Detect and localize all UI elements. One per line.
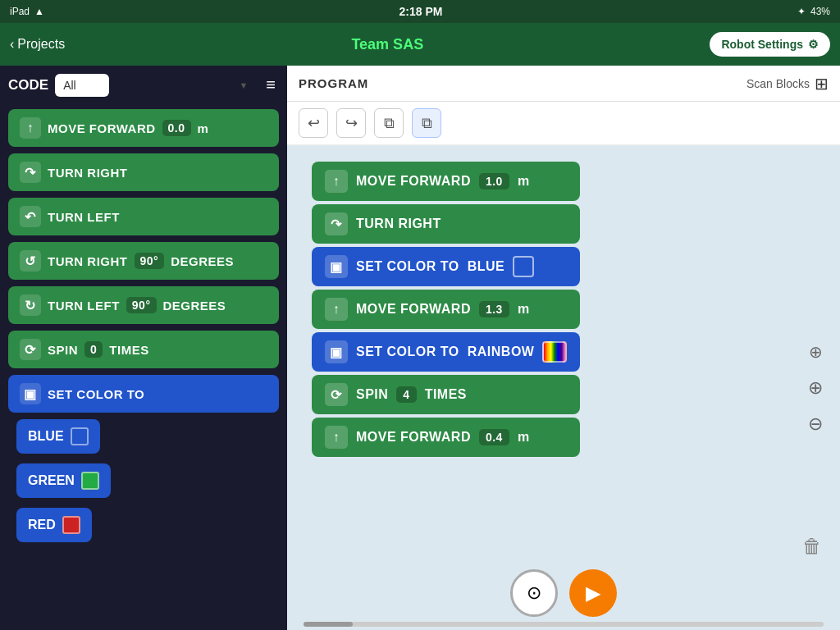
back-label: Projects <box>17 37 65 52</box>
copy-button[interactable]: ⧉ <box>374 108 404 138</box>
menu-icon[interactable]: ≡ <box>262 72 279 98</box>
status-right: ✦ 43% <box>797 6 830 17</box>
move-forward-label: MOVE FORWARD <box>48 121 156 135</box>
prog-move-forward-3-icon: ↑ <box>325 426 348 449</box>
block-turn-right-degrees[interactable]: ↺ TURN RIGHT 90° DEGREES <box>8 242 279 280</box>
block-turn-left-degrees[interactable]: ↻ TURN LEFT 90° DEGREES <box>8 286 279 324</box>
sidebar-toolbar: CODE All Motion Color Control ≡ <box>0 66 287 104</box>
prog-set-color-rainbow-label: SET COLOR TO <box>356 345 459 359</box>
turn-right-degrees-label: TURN RIGHT <box>48 254 128 268</box>
prog-block-spin[interactable]: ⟳ SPIN 4 TIMES <box>312 375 580 414</box>
prog-set-color-rainbow-icon: ▣ <box>325 340 348 363</box>
prog-move-forward-3-value: 0.4 <box>479 429 509 445</box>
undo-button[interactable]: ↩ <box>299 108 328 138</box>
status-left: iPad ▲ <box>10 6 44 17</box>
blue-label: BLUE <box>28 429 64 444</box>
play-icon: ▶ <box>586 582 600 605</box>
trash-button[interactable]: 🗑 <box>794 528 830 564</box>
prog-move-forward-2-unit: m <box>518 302 530 317</box>
block-move-forward[interactable]: ↑ MOVE FORWARD 0.0 m <box>8 109 279 147</box>
prog-spin-value: 4 <box>396 386 416 403</box>
robot-icon: ⊙ <box>527 582 541 604</box>
zoom-out-icon[interactable]: ⊖ <box>801 409 830 439</box>
turn-left-degrees-suffix: DEGREES <box>163 299 226 313</box>
scan-blocks-button[interactable]: Scan Blocks ⊞ <box>746 74 829 94</box>
prog-move-forward-1-value: 1.0 <box>479 173 509 189</box>
turn-left-degrees-label: TURN LEFT <box>48 299 120 313</box>
robot-settings-label: Robot Settings <box>721 38 803 51</box>
turn-left-label: TURN LEFT <box>48 210 120 224</box>
turn-right-icon: ↷ <box>20 162 41 183</box>
program-toolbar: ↩ ↪ ⧉ ⧉ <box>287 102 840 145</box>
color-block-red[interactable]: RED <box>16 508 92 542</box>
red-chip <box>62 516 80 534</box>
scrollbar-thumb[interactable] <box>304 622 353 627</box>
color-block-green[interactable]: GREEN <box>16 463 111 498</box>
block-set-color[interactable]: ▣ SET COLOR TO <box>8 375 279 413</box>
green-chip <box>81 472 99 490</box>
block-turn-left[interactable]: ↶ TURN LEFT <box>8 198 279 235</box>
prog-block-set-color-rainbow[interactable]: ▣ SET COLOR TO RAINBOW <box>312 332 580 372</box>
program-title: PROGRAM <box>299 76 368 90</box>
turn-right-degrees-suffix: DEGREES <box>171 254 234 268</box>
turn-left-icon: ↶ <box>20 206 41 227</box>
move-forward-value: 0.0 <box>162 120 191 136</box>
spin-label: SPIN <box>48 343 78 357</box>
back-chevron-icon: ‹ <box>10 37 14 52</box>
back-button[interactable]: ‹ Projects <box>10 37 65 52</box>
app-header: ‹ Projects Team SAS Robot Settings ⚙ <box>0 23 840 66</box>
prog-spin-unit: TIMES <box>425 387 467 402</box>
prog-move-forward-1-label: MOVE FORWARD <box>356 174 471 189</box>
main-layout: CODE All Motion Color Control ≡ ↑ MOVE F… <box>0 66 840 630</box>
prog-block-move-forward-2[interactable]: ↑ MOVE FORWARD 1.3 m <box>312 290 580 329</box>
prog-turn-right-label: TURN RIGHT <box>356 217 441 231</box>
turn-right-degrees-icon: ↺ <box>20 250 41 272</box>
program-panel: PROGRAM Scan Blocks ⊞ ↩ ↪ ⧉ ⧉ ↑ MOVE FOR… <box>287 66 840 630</box>
prog-block-turn-right[interactable]: ↷ TURN RIGHT <box>312 204 580 244</box>
program-bottom-controls: ⊙ ▶ <box>510 569 617 617</box>
prog-move-forward-2-icon: ↑ <box>325 298 348 321</box>
prog-spin-icon: ⟳ <box>325 383 348 406</box>
canvas-right-controls: ⊕ ⊕ ⊖ <box>801 337 830 439</box>
prog-rainbow-chip <box>542 341 567 363</box>
color-block-blue[interactable]: BLUE <box>16 419 100 454</box>
target-icon[interactable]: ⊕ <box>801 337 830 367</box>
prog-block-move-forward-3[interactable]: ↑ MOVE FORWARD 0.4 m <box>312 418 580 457</box>
spin-value: 0 <box>84 341 103 358</box>
paste-button[interactable]: ⧉ <box>412 108 441 138</box>
filter-select-wrapper: All Motion Color Control <box>55 74 256 97</box>
robot-settings-button[interactable]: Robot Settings ⚙ <box>710 32 830 57</box>
prog-block-move-forward-1[interactable]: ↑ MOVE FORWARD 1.0 m <box>312 162 580 201</box>
prog-move-forward-3-label: MOVE FORWARD <box>356 430 471 445</box>
move-forward-icon: ↑ <box>20 117 41 139</box>
scan-blocks-label: Scan Blocks <box>746 77 810 90</box>
prog-move-forward-1-unit: m <box>518 174 530 189</box>
program-blocks-list: ↑ MOVE FORWARD 1.0 m ↷ TURN RIGHT ▣ SET … <box>312 162 580 457</box>
battery-label: 43% <box>810 6 830 17</box>
code-label: CODE <box>8 77 48 94</box>
block-spin[interactable]: ⟳ SPIN 0 TIMES <box>8 331 279 368</box>
red-label: RED <box>28 518 56 532</box>
blue-chip <box>71 427 89 445</box>
zoom-in-icon[interactable]: ⊕ <box>801 373 830 403</box>
sidebar: CODE All Motion Color Control ≡ ↑ MOVE F… <box>0 66 287 630</box>
prog-blue-chip <box>513 256 534 277</box>
prog-move-forward-2-label: MOVE FORWARD <box>356 302 471 317</box>
prog-spin-label: SPIN <box>356 387 388 402</box>
wifi-icon: ▲ <box>34 6 44 17</box>
turn-left-degrees-icon: ↻ <box>20 294 41 316</box>
prog-block-set-color-blue[interactable]: ▣ SET COLOR TO BLUE <box>312 247 580 286</box>
filter-select[interactable]: All Motion Color Control <box>55 74 109 97</box>
robot-control-button[interactable]: ⊙ <box>510 569 558 617</box>
play-button[interactable]: ▶ <box>569 569 617 617</box>
blocks-list: ↑ MOVE FORWARD 0.0 m ↷ TURN RIGHT ↶ TURN… <box>0 104 287 630</box>
prog-set-color-blue-color-label: BLUE <box>468 259 505 274</box>
horizontal-scrollbar[interactable] <box>304 622 824 627</box>
prog-set-color-blue-icon: ▣ <box>325 255 348 278</box>
block-turn-right[interactable]: ↷ TURN RIGHT <box>8 153 279 191</box>
prog-move-forward-3-unit: m <box>518 430 530 445</box>
spin-icon: ⟳ <box>20 339 41 360</box>
prog-set-color-blue-label: SET COLOR TO <box>356 259 459 274</box>
redo-button[interactable]: ↪ <box>336 108 366 138</box>
gear-icon: ⚙ <box>808 38 819 51</box>
